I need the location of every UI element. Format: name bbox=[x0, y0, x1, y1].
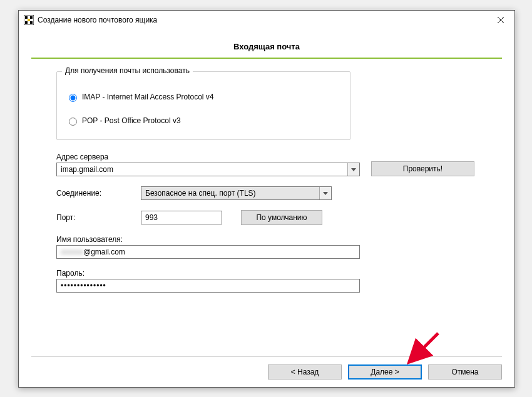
svg-rect-5 bbox=[28, 19, 30, 21]
radio-imap[interactable]: IMAP - Internet Mail Access Protocol v4 bbox=[66, 88, 341, 106]
password-label: Пароль: bbox=[56, 269, 477, 278]
password-input[interactable]: •••••••••••••• bbox=[56, 279, 360, 293]
check-button[interactable]: Проверить! bbox=[371, 161, 474, 176]
radio-pop[interactable]: POP - Post Office Protocol v3 bbox=[66, 112, 341, 129]
protocol-group: Для получения почты использовать IMAP - … bbox=[56, 71, 350, 140]
protocol-group-label: Для получения почты использовать bbox=[62, 66, 193, 75]
connection-label: Соединение: bbox=[56, 189, 141, 198]
page-title: Входящая почта bbox=[31, 38, 502, 58]
next-button[interactable]: Далее > bbox=[348, 364, 422, 379]
radio-imap-label: IMAP - Internet Mail Access Protocol v4 bbox=[82, 93, 214, 101]
close-icon bbox=[498, 17, 504, 23]
connection-select[interactable]: Безопасное на спец. порт (TLS) bbox=[141, 186, 332, 200]
close-button[interactable] bbox=[486, 11, 514, 29]
username-label: Имя пользователя: bbox=[56, 235, 477, 244]
separator bbox=[31, 58, 502, 59]
port-label: Порт: bbox=[56, 213, 141, 222]
svg-rect-1 bbox=[25, 16, 28, 19]
window-title: Создание нового почтового ящика bbox=[38, 16, 486, 24]
connection-value: Безопасное на спец. порт (TLS) bbox=[145, 189, 256, 198]
server-label: Адрес сервера bbox=[56, 153, 360, 161]
svg-rect-4 bbox=[30, 21, 33, 24]
username-hidden-part: xxxxxx bbox=[61, 248, 83, 256]
titlebar: Создание нового почтового ящика bbox=[19, 11, 514, 29]
radio-imap-input[interactable] bbox=[69, 94, 77, 102]
back-button[interactable]: < Назад bbox=[268, 364, 342, 379]
port-input[interactable] bbox=[141, 211, 222, 224]
server-address-value: imap.gmail.com bbox=[61, 165, 113, 174]
password-mask: •••••••••••••• bbox=[61, 281, 106, 290]
dialog-body: Входящая почта Для получения почты испол… bbox=[19, 29, 514, 387]
svg-marker-9 bbox=[323, 192, 328, 195]
port-default-button[interactable]: По умолчанию bbox=[241, 210, 322, 225]
radio-pop-label: POP - Post Office Protocol v3 bbox=[82, 116, 181, 125]
button-bar: < Назад Далее > Отмена bbox=[31, 356, 502, 379]
radio-pop-input[interactable] bbox=[69, 118, 77, 126]
server-address-combo[interactable]: imap.gmail.com bbox=[56, 163, 360, 176]
dialog-window: Создание нового почтового ящика Входящая… bbox=[18, 10, 515, 388]
username-input[interactable]: xxxxxx @gmail.com bbox=[56, 245, 360, 259]
chevron-down-icon bbox=[347, 163, 359, 176]
svg-marker-8 bbox=[351, 168, 356, 171]
cancel-button[interactable]: Отмена bbox=[428, 364, 502, 379]
svg-rect-3 bbox=[25, 21, 28, 24]
svg-rect-2 bbox=[30, 16, 33, 19]
app-icon bbox=[24, 15, 34, 25]
username-visible-part: @gmail.com bbox=[83, 248, 125, 256]
form-area: Для получения почты использовать IMAP - … bbox=[31, 71, 502, 356]
chevron-down-icon bbox=[319, 187, 331, 199]
